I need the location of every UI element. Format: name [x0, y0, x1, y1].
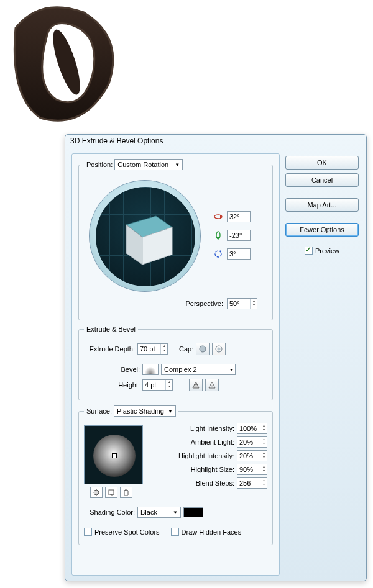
- ambient-light-label: Ambient Light:: [150, 438, 234, 446]
- map-art-button[interactable]: Map Art...: [285, 198, 359, 212]
- bevel-extent-in-button[interactable]: [189, 379, 203, 391]
- blend-steps-input[interactable]: 256▴▾: [237, 477, 267, 489]
- svg-marker-13: [193, 382, 199, 388]
- perspective-label: Perspective:: [185, 300, 223, 307]
- extrude-depth-input[interactable]: 70 pt ▴▾: [137, 343, 168, 355]
- lighting-parameters: Light Intensity: 100%▴▾ Ambient Light: 2…: [150, 423, 267, 489]
- preview-checkbox[interactable]: Preview: [305, 247, 339, 255]
- shading-color-swatch[interactable]: [183, 507, 203, 517]
- extrude-depth-label: Extrude Depth:: [84, 345, 135, 353]
- shading-color-label: Shading Color:: [84, 509, 135, 516]
- options-panel: Position: Custom Rotation▼: [71, 153, 280, 576]
- rotate-y-icon: [213, 230, 223, 240]
- highlight-intensity-input[interactable]: 20%▴▾: [237, 450, 267, 461]
- bevel-label: Bevel:: [84, 366, 140, 373]
- perspective-input[interactable]: 50° ▴▾: [227, 298, 257, 309]
- draw-hidden-faces-checkbox[interactable]: Draw Hidden Faces: [171, 528, 242, 536]
- rot-z-input[interactable]: 3°: [227, 248, 251, 260]
- position-mode-dropdown[interactable]: Custom Rotation▼: [114, 159, 183, 170]
- svg-point-10: [200, 346, 206, 352]
- canvas-3d-letter: [3, 3, 121, 127]
- rotation-trackball[interactable]: [89, 180, 201, 292]
- rotation-angles: 32° -23° 3°: [213, 211, 251, 260]
- ambient-light-input[interactable]: 20%▴▾: [237, 436, 267, 448]
- highlight-intensity-label: Highlight Intensity:: [150, 452, 234, 459]
- new-light-button[interactable]: [105, 487, 117, 498]
- bevel-height-label: Height:: [84, 381, 140, 389]
- light-intensity-label: Light Intensity:: [150, 425, 234, 432]
- bevel-dropdown[interactable]: Complex 2▾: [161, 364, 236, 375]
- cap-label: Cap:: [179, 345, 193, 353]
- cap-off-button[interactable]: [212, 343, 226, 355]
- ok-button[interactable]: OK: [285, 156, 359, 170]
- surface-legend: Surface: Plastic Shading▼: [84, 405, 178, 417]
- svg-point-16: [94, 490, 99, 495]
- bevel-height-input[interactable]: 4 pt ▴▾: [142, 379, 173, 391]
- position-group: Position: Custom Rotation▼: [78, 159, 273, 320]
- bevel-extent-out-button[interactable]: [205, 379, 219, 391]
- bevel-preview-swatch: [142, 364, 159, 375]
- blend-steps-label: Blend Steps:: [150, 479, 234, 487]
- rotate-x-icon: [213, 212, 223, 222]
- cap-on-button[interactable]: [196, 343, 210, 355]
- extrude-bevel-legend: Extrude & Bevel: [84, 325, 138, 333]
- fewer-options-button[interactable]: Fewer Options: [285, 223, 359, 237]
- rot-y-input[interactable]: -23°: [227, 230, 251, 241]
- light-intensity-input[interactable]: 100%▴▾: [237, 423, 267, 434]
- highlight-size-input[interactable]: 90%▴▾: [237, 464, 267, 475]
- rot-x-input[interactable]: 32°: [227, 211, 251, 222]
- extrude-bevel-group: Extrude & Bevel Extrude Depth: 70 pt ▴▾ …: [78, 325, 273, 400]
- delete-light-button[interactable]: [120, 487, 132, 498]
- lighting-preview-column: [84, 423, 143, 498]
- position-legend: Position: Custom Rotation▼: [84, 159, 185, 170]
- dialog-title: 3D Extrude & Bevel Options: [65, 135, 366, 148]
- shading-color-dropdown[interactable]: Black▼: [137, 507, 181, 518]
- preserve-spot-colors-checkbox[interactable]: Preserve Spot Colors: [84, 528, 160, 536]
- svg-point-15: [211, 385, 213, 387]
- svg-point-12: [218, 348, 221, 351]
- cancel-button[interactable]: Cancel: [285, 173, 359, 187]
- lighting-sphere-preview[interactable]: [84, 425, 143, 484]
- highlight-size-label: Highlight Size:: [150, 466, 234, 473]
- rotate-z-icon: [213, 249, 223, 259]
- surface-group: Surface: Plastic Shading▼: [78, 405, 273, 545]
- dialog-side-buttons: OK Cancel Map Art... Fewer Options Previ…: [285, 156, 359, 255]
- surface-mode-dropdown[interactable]: Plastic Shading▼: [114, 405, 176, 417]
- dialog-3d-extrude-bevel: 3D Extrude & Bevel Options Position: Cus…: [65, 134, 367, 581]
- svg-point-0: [48, 27, 86, 97]
- light-move-back-button[interactable]: [90, 487, 103, 498]
